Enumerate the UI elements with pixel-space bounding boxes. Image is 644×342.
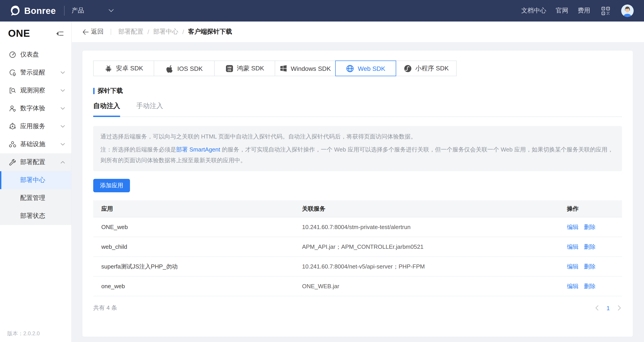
sidebar-header: ONE [0,23,71,44]
menu-collapse-icon[interactable] [56,30,64,37]
avatar[interactable] [621,4,634,17]
table-row: one_web ONE_WEB.jar 编辑 删除 [93,276,622,296]
tab-label: Web SDK [358,65,385,72]
sidebar-item-insight[interactable]: 观测洞察 [0,82,71,100]
actions-cell: 编辑 删除 [559,243,622,251]
delete-link[interactable]: 删除 [584,262,596,270]
delete-link[interactable]: 删除 [584,223,596,231]
sidebar-nav: 仪表盘 警示提醒 [0,46,71,225]
apple-icon [166,64,174,72]
sidebar-item-app-service[interactable]: 应用服务 [0,118,71,135]
add-application-button[interactable]: 添加应用 [93,179,130,192]
chevron-up-icon [60,161,65,164]
tab-label: IOS SDK [177,65,203,72]
sdk-tab-group: 安卓 SDK IOS SDK HM [93,60,622,76]
sidebar-item-label: 基础设施 [20,140,60,148]
tab-miniprogram-sdk[interactable]: 小程序 SDK [396,60,457,76]
smartagent-link[interactable]: 部署 SmartAgent [176,146,220,153]
tab-ios-sdk[interactable]: IOS SDK [154,60,215,76]
harmonyos-badge-line2: OS [228,68,231,71]
actions-cell: 编辑 删除 [559,282,622,290]
topbar-right: 文档中心 官网 费用 [512,4,634,17]
pagination: 1 [594,304,622,312]
app-cell: ONE_web [93,224,294,230]
sidebar-item-experience[interactable]: 数字体验 [0,100,71,118]
sidebar-subitem-label: 部署中心 [20,176,45,184]
applications-table: 应用 关联服务 操作 ONE_web 10.241.60.7:8004/stm-… [93,200,622,312]
page-next-icon[interactable] [617,304,622,312]
content-card: 安卓 SDK IOS SDK HM [82,51,633,336]
breadcrumb-separator: / [182,28,184,36]
back-arrow-icon [82,29,89,35]
column-header-actions: 操作 [559,204,622,213]
breadcrumb-bar: 返回 部署配置 / 部署中心 / 客户端探针下载 [72,22,644,42]
tab-label: 鸿蒙 SDK [237,64,264,72]
nav-docs-link[interactable]: 文档中心 [521,7,546,15]
sidebar-item-dashboard[interactable]: 仪表盘 [0,46,71,64]
sidebar-item-alerts[interactable]: 警示提醒 [0,64,71,82]
breadcrumb-item-deploy-config[interactable]: 部署配置 [118,28,144,36]
globe-icon [346,64,354,72]
main-area: 返回 部署配置 / 部署中心 / 客户端探针下载 [72,22,644,342]
topbar-divider [64,6,64,16]
tab-android-sdk[interactable]: 安卓 SDK [93,60,154,76]
table-footer: 共有 4 条 1 [93,304,622,312]
bonree-logo[interactable]: Bonree [9,5,56,17]
insight-icon [9,87,16,94]
nav-website-link[interactable]: 官网 [556,7,568,15]
sidebar-subitem-config-management[interactable]: 配置管理 [0,189,71,207]
chevron-down-icon[interactable] [108,9,114,12]
info-paragraph-2: 注：所选择的后端服务必须是部署 SmartAgent 的服务，才可实现自动注入探… [100,144,615,166]
table-row: superfa测试JS注入PHP_勿动 10.241.60.7:8004/net… [93,257,622,276]
nav-billing-link[interactable]: 费用 [578,7,590,15]
product-menu[interactable]: 产品 [72,7,84,15]
chevron-down-icon [60,107,65,110]
breadcrumb-item-deploy-center[interactable]: 部署中心 [153,28,178,36]
tab-harmonyos-sdk[interactable]: HM OS 鸿蒙 SDK [214,60,275,76]
sidebar-subitem-label: 部署状态 [20,212,45,220]
tab-auto-inject[interactable]: 自动注入 [93,102,120,117]
dashboard-icon [9,51,16,58]
page-number[interactable]: 1 [605,304,611,311]
experience-icon [9,105,16,112]
service-cell: ONE_WEB.jar [294,283,559,290]
sidebar-subitem-deploy-center[interactable]: 部署中心 [0,171,71,189]
infrastructure-icon [9,141,16,148]
app-cell: web_child [93,244,294,250]
table-header: 应用 关联服务 操作 [93,200,622,218]
brand-name: Bonree [24,6,56,16]
back-button[interactable]: 返回 [82,28,104,36]
sidebar-item-label: 观测洞察 [20,86,60,94]
tab-web-sdk[interactable]: Web SDK [335,60,396,76]
app-cell: one_web [93,283,294,290]
topbar-left: Bonree 产品 [9,5,114,17]
table-row: web_child APM_API.jar；APM_CONTROLLEr.jar… [93,237,622,257]
alert-icon [9,69,16,76]
apps-grid-icon[interactable] [602,6,610,15]
info-box: 通过选择后端服务，可以向与之关联的 HTML 页面中自动注入探针代码。自动注入探… [93,126,622,171]
page-prev-icon[interactable] [594,304,600,312]
tab-label: 小程序 SDK [415,64,448,72]
edit-link[interactable]: 编辑 [567,262,578,270]
chevron-down-icon [60,71,65,74]
delete-link[interactable]: 删除 [584,243,596,251]
breadcrumb-separator: / [148,28,149,36]
chevron-down-icon [60,143,65,146]
sidebar-subitem-deploy-status[interactable]: 部署状态 [0,207,71,225]
bonree-logo-icon [9,5,21,17]
sidebar-item-infrastructure[interactable]: 基础设施 [0,135,71,153]
tab-manual-inject[interactable]: 手动注入 [136,102,163,117]
inject-tab-bar: 自动注入 手动注入 [93,102,622,117]
sidebar-item-deploy-config[interactable]: 部署配置 [0,153,71,171]
breadcrumb-item-current: 客户端探针下载 [188,28,232,36]
tab-windows-sdk[interactable]: Windows SDK [275,60,336,76]
edit-link[interactable]: 编辑 [567,282,578,290]
chevron-down-icon [60,89,65,92]
harmonyos-icon: HM OS [225,64,233,72]
edit-link[interactable]: 编辑 [567,243,578,251]
delete-link[interactable]: 删除 [584,282,596,290]
sidebar-item-label: 应用服务 [20,122,60,130]
deploy-icon [9,159,16,166]
edit-link[interactable]: 编辑 [567,223,578,231]
sidebar: ONE 仪表盘 [0,22,72,342]
